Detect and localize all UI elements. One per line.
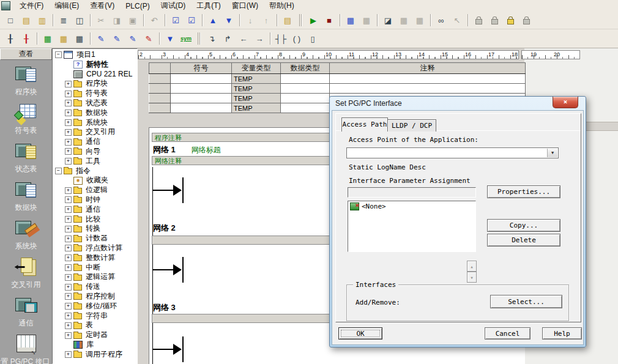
draw-line-button[interactable]: ✎ — [94, 31, 108, 46]
tree-expander[interactable]: + — [65, 81, 72, 87]
sort-ascending-button[interactable]: ↓ — [243, 13, 258, 28]
table-cell[interactable] — [281, 94, 330, 103]
delete-network-button[interactable]: ╂ — [19, 31, 34, 46]
symbol-info-table-button[interactable]: ▦ — [56, 31, 71, 46]
tree-expander[interactable]: + — [65, 216, 72, 223]
menu-window[interactable]: 窗口(W) — [226, 0, 264, 12]
tree-item[interactable]: +计数器 — [53, 234, 137, 243]
tree-item[interactable]: +状态表 — [53, 98, 137, 108]
line-down-button[interactable]: ↴ — [204, 31, 219, 46]
cancel-button[interactable]: Cancel — [485, 327, 531, 340]
save-all-button[interactable]: ▥ — [35, 13, 50, 28]
tree-item[interactable]: +调用子程序 — [53, 350, 137, 360]
box-button[interactable]: ▯ — [305, 31, 320, 46]
menu-edit[interactable]: 编辑(E) — [49, 0, 84, 12]
table-cell[interactable] — [281, 103, 330, 113]
tab-lldp-dcp[interactable]: LLDP / DCP — [387, 119, 436, 132]
tree-item[interactable]: CPU 221 REL — [53, 70, 137, 80]
tree-expander[interactable]: − — [55, 51, 62, 58]
insert-network-button[interactable]: ╂ — [3, 31, 18, 46]
interface-parameter-input[interactable] — [348, 187, 476, 198]
coil-button[interactable]: ( ) — [289, 31, 304, 46]
tree-item[interactable]: +交叉引用 — [53, 127, 137, 137]
table-cell[interactable] — [281, 74, 330, 84]
print-preview-button[interactable]: ◫ — [72, 13, 87, 28]
delete-button[interactable]: Delete — [487, 234, 560, 247]
combobox-dropdown-icon[interactable]: ▼ — [547, 149, 557, 157]
interface-list[interactable]: <None> — [348, 201, 476, 252]
sidebar-item-cross-reference[interactable]: 交叉引用 — [0, 253, 52, 291]
tree-item[interactable]: −项目1 — [53, 50, 137, 60]
table-cell[interactable] — [171, 84, 232, 94]
scroll-up-icon[interactable]: ▲ — [467, 261, 477, 272]
stop-button[interactable]: ■ — [322, 13, 337, 28]
row-selector[interactable] — [149, 103, 171, 113]
tree-item[interactable]: +向导 — [53, 147, 137, 157]
close-button[interactable]: × — [553, 97, 578, 108]
upload-button[interactable]: ▲ — [206, 13, 220, 28]
tree-item[interactable]: +位逻辑 — [53, 185, 137, 195]
tree-item[interactable]: +字符串 — [53, 311, 137, 321]
tree-item[interactable]: +定时器 — [53, 330, 137, 340]
network-title[interactable]: 网络标题 — [192, 146, 221, 154]
tree-expander[interactable]: + — [65, 322, 72, 329]
menu-plc[interactable]: PLC(P) — [120, 1, 155, 12]
monitor-button[interactable]: ∞ — [434, 13, 449, 28]
table-cell[interactable]: TEMP — [232, 84, 281, 94]
row-selector[interactable] — [149, 74, 171, 84]
menu-view[interactable]: 查看(V) — [84, 0, 120, 12]
erase-line-button[interactable]: ✎ — [141, 31, 156, 46]
menu-help[interactable]: 帮助(H) — [264, 0, 300, 12]
force-table-button[interactable]: ▦ — [412, 13, 427, 28]
sidebar-item-set-pgpc-interface[interactable]: 设置 PG/PC 接口 — [0, 330, 52, 364]
cut-button[interactable]: ✂ — [94, 13, 108, 28]
tree-expander[interactable]: − — [55, 168, 62, 174]
tree-item[interactable]: +程序控制 — [53, 292, 137, 302]
tree-expander[interactable]: + — [65, 226, 72, 232]
copy-button[interactable]: ◨ — [110, 13, 124, 28]
sidebar-item-status-chart[interactable]: 状态表 — [0, 137, 52, 176]
contact-button[interactable]: ┤├ — [274, 31, 288, 46]
tree-item[interactable]: 新特性 — [53, 60, 137, 70]
table-cell[interactable] — [330, 74, 526, 84]
tree-expander[interactable]: + — [65, 110, 72, 116]
tree-item[interactable]: −指令 — [53, 166, 137, 176]
table-cell[interactable]: TEMP — [232, 74, 281, 84]
scroll-down-icon[interactable]: ▼ — [467, 272, 477, 283]
tree-expander[interactable]: + — [65, 158, 72, 165]
compile-all-button[interactable]: ☑ — [184, 13, 199, 28]
sidebar-item-system-block[interactable]: 系统块 — [0, 214, 52, 253]
list-scrollbar[interactable]: ▲ ▼ — [467, 261, 477, 283]
tree-expander[interactable]: + — [65, 245, 72, 251]
unlock-button[interactable] — [487, 13, 502, 28]
tree-expander[interactable]: + — [65, 187, 72, 194]
tree-expander[interactable]: + — [65, 332, 72, 339]
run-button[interactable]: ▶ — [306, 13, 321, 28]
tree-expander[interactable]: + — [65, 100, 72, 106]
menu-debug[interactable]: 调试(D) — [155, 0, 192, 12]
table-cell[interactable] — [171, 94, 232, 103]
sidebar-item-data-block[interactable]: 数据块 — [0, 176, 52, 214]
table-cell[interactable] — [171, 103, 232, 113]
lock-timed-button[interactable] — [503, 13, 518, 28]
row-selector[interactable] — [149, 94, 171, 103]
symbolic-addressing-button[interactable]: sym — [179, 31, 193, 46]
tree-expander[interactable]: + — [65, 274, 72, 281]
sidebar-item-communications[interactable]: 通信 — [0, 291, 52, 330]
draw-junction-button[interactable]: ✎ — [125, 31, 140, 46]
tree-item[interactable]: +表 — [53, 321, 137, 330]
tree-item[interactable]: +整数计算 — [53, 253, 137, 263]
print-button[interactable]: ≣ — [56, 13, 71, 28]
compile-button[interactable]: ☑ — [168, 13, 183, 28]
ok-button[interactable]: OK — [338, 327, 382, 340]
tree-expander[interactable]: + — [65, 148, 72, 155]
tree-item[interactable]: +转换 — [53, 224, 137, 234]
table-cell[interactable] — [330, 84, 526, 94]
line-right-button[interactable]: → — [252, 31, 267, 46]
tree-expander[interactable]: + — [65, 236, 72, 242]
help-button[interactable]: Help — [542, 327, 582, 340]
lock-button[interactable] — [471, 13, 486, 28]
table-cell[interactable]: TEMP — [232, 94, 281, 103]
tree-item[interactable]: +传送 — [53, 282, 137, 292]
status-chart-button[interactable]: ◪ — [381, 13, 395, 28]
